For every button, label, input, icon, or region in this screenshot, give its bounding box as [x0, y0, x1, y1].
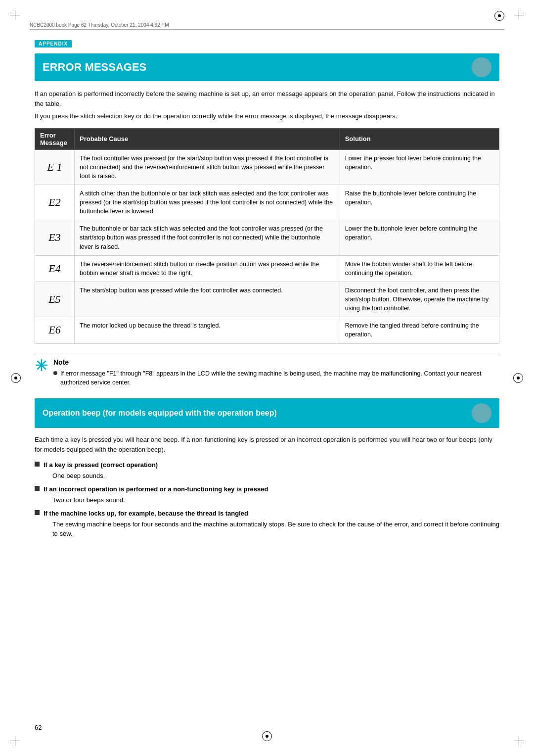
error-cause-cell: A stitch other than the buttonhole or ba… [75, 185, 340, 220]
note-bullet-text: If error message "F1" through "F8" appea… [60, 369, 499, 388]
table-row: E3The buttonhole or bar tack stitch was … [35, 220, 499, 255]
error-cause-cell: The motor locked up because the thread i… [75, 317, 340, 343]
heading-decoration-2 [472, 403, 491, 423]
error-solution-cell: Disconnect the foot controller, and then… [340, 282, 499, 317]
note-content: Note If error message "F1" through "F8" … [53, 358, 499, 388]
bullet-label: If the machine locks up, for example, be… [44, 509, 499, 519]
corner-mark-top-right [509, 10, 524, 25]
bullet-square-icon [35, 486, 40, 491]
bullet-label: If an incorrect operation is performed o… [44, 484, 268, 494]
note-bullet-dot [53, 371, 57, 375]
error-solution-cell: Raise the buttonhole lever before contin… [340, 185, 499, 220]
corner-mark-top-left [10, 10, 25, 25]
error-messages-title: ERROR MESSAGES [43, 61, 146, 74]
bullet-square-icon [35, 510, 40, 515]
bullet-item: If a key is pressed (correct operation)O… [35, 460, 499, 480]
operation-beep-heading: Operation beep (for models equipped with… [35, 398, 499, 428]
error-cause-cell: The buttonhole or bar tack stitch was se… [75, 220, 340, 255]
bullet-item: If an incorrect operation is performed o… [35, 484, 499, 505]
error-table: Error Message Probable Cause Solution E … [35, 128, 499, 344]
error-code-cell: E4 [35, 255, 75, 282]
intro-paragraph-1: If an operation is performed incorrectly… [35, 89, 499, 108]
bullet-text-wrapper: If the machine locks up, for example, be… [44, 509, 499, 539]
table-row: E4The reverse/reinforcement stitch butto… [35, 255, 499, 282]
heading-decoration [472, 57, 491, 77]
error-code-cell: E5 [35, 282, 75, 317]
error-solution-cell: Lower the presser foot lever before cont… [340, 149, 499, 185]
bullet-item: If the machine locks up, for example, be… [35, 509, 499, 539]
svg-point-4 [40, 364, 43, 367]
note-section: Note If error message "F1" through "F8" … [35, 353, 499, 388]
header-text: NCBC2000.book Page 62 Thursday, October … [30, 22, 169, 28]
intro-paragraph-2: If you press the stitch selection key or… [35, 111, 499, 121]
page-wrapper: NCBC2000.book Page 62 Thursday, October … [0, 0, 534, 756]
error-code-cell: E6 [35, 317, 75, 343]
operation-beep-title: Operation beep (for models equipped with… [43, 409, 277, 418]
col-error-message: Error Message [35, 128, 75, 149]
table-header-row: Error Message Probable Cause Solution [35, 128, 499, 149]
bullet-detail: The sewing machine beeps for four second… [44, 520, 499, 539]
table-row: E5The start/stop button was pressed whil… [35, 282, 499, 317]
appendix-label: APPENDIX [35, 40, 72, 47]
error-solution-cell: Lower the buttonhole lever before contin… [340, 220, 499, 255]
error-code-cell: E 1 [35, 149, 75, 185]
main-content: APPENDIX ERROR MESSAGES If an operation … [35, 40, 499, 716]
note-icon [35, 358, 48, 374]
corner-mark-bottom-right [509, 731, 524, 746]
reg-circle-right [513, 373, 523, 383]
error-code-cell: E2 [35, 185, 75, 220]
error-solution-cell: Remove the tangled thread before continu… [340, 317, 499, 343]
bullet-text-wrapper: If an incorrect operation is performed o… [44, 484, 268, 505]
page-number: 62 [35, 724, 42, 731]
error-cause-cell: The start/stop button was pressed while … [75, 282, 340, 317]
col-solution: Solution [340, 128, 499, 149]
error-messages-heading: ERROR MESSAGES [35, 53, 499, 81]
table-row: E6The motor locked up because the thread… [35, 317, 499, 343]
error-code-cell: E3 [35, 220, 75, 255]
error-cause-cell: The reverse/reinforcement stitch button … [75, 255, 340, 282]
bullet-text-wrapper: If a key is pressed (correct operation)O… [44, 460, 158, 480]
beep-bullets-list: If a key is pressed (correct operation)O… [35, 460, 499, 539]
bullet-detail: One beep sounds. [44, 471, 158, 481]
bullet-label: If a key is pressed (correct operation) [44, 460, 158, 470]
col-probable-cause: Probable Cause [75, 128, 340, 149]
operation-beep-intro: Each time a key is pressed you will hear… [35, 435, 499, 454]
bullet-detail: Two or four beeps sound. [44, 495, 268, 505]
error-solution-cell: Move the bobbin winder shaft to the left… [340, 255, 499, 282]
bullet-square-icon [35, 462, 40, 467]
corner-mark-bottom-left [10, 731, 25, 746]
table-row: E 1The foot controller was pressed (or t… [35, 149, 499, 185]
note-bullet-item: If error message "F1" through "F8" appea… [53, 369, 499, 388]
reg-circle-left [11, 373, 21, 383]
error-cause-cell: The foot controller was pressed (or the … [75, 149, 340, 185]
note-title: Note [53, 358, 499, 366]
page-header: NCBC2000.book Page 62 Thursday, October … [30, 22, 504, 30]
reg-circle-bottom [262, 731, 272, 741]
reg-circle-top-right [494, 11, 504, 21]
table-row: E2A stitch other than the buttonhole or … [35, 185, 499, 220]
